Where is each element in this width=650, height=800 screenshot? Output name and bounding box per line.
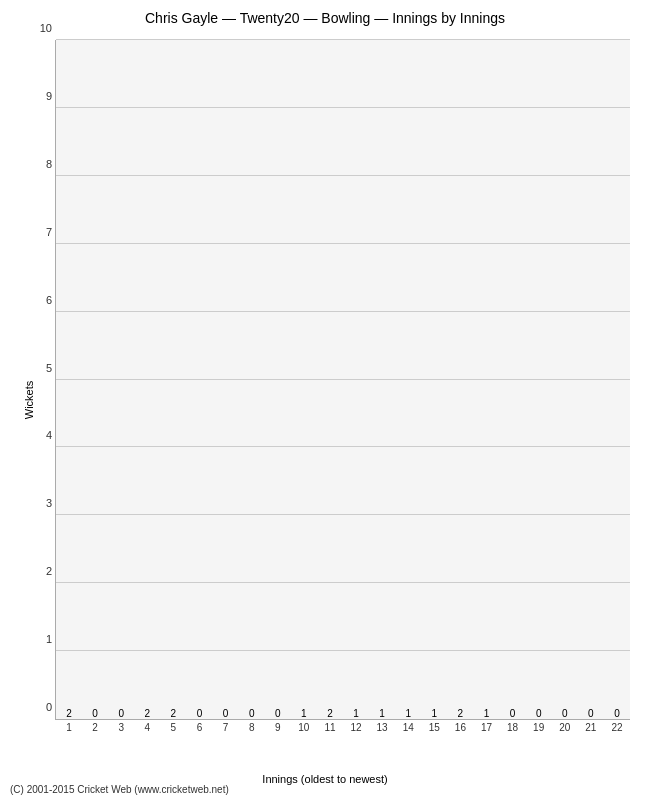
x-tick-label: 14 [403, 722, 414, 733]
x-tick-label: 2 [92, 722, 98, 733]
x-tick-label: 4 [145, 722, 151, 733]
bar-value-label: 1 [379, 708, 385, 719]
y-tick-label: 3 [46, 497, 56, 509]
y-tick-label: 0 [46, 701, 56, 713]
bar-value-label: 2 [327, 708, 333, 719]
x-tick-label: 13 [377, 722, 388, 733]
y-tick-label: 1 [46, 633, 56, 645]
x-tick-label: 1 [66, 722, 72, 733]
chart-container: Chris Gayle — Twenty20 — Bowling — Innin… [0, 0, 650, 800]
bar-value-label: 1 [301, 708, 307, 719]
x-tick-label: 15 [429, 722, 440, 733]
x-tick-label: 7 [223, 722, 229, 733]
bar-value-label: 0 [588, 708, 594, 719]
x-tick-label: 8 [249, 722, 255, 733]
grid-line [56, 311, 630, 312]
y-tick-label: 2 [46, 565, 56, 577]
y-tick-label: 8 [46, 158, 56, 170]
bar-value-label: 0 [275, 708, 281, 719]
grid-line [56, 514, 630, 515]
bar-value-label: 2 [458, 708, 464, 719]
y-tick-label: 5 [46, 362, 56, 374]
copyright-text: (C) 2001-2015 Cricket Web (www.cricketwe… [10, 784, 229, 795]
bar-value-label: 2 [171, 708, 177, 719]
grid-line [56, 582, 630, 583]
x-tick-label: 9 [275, 722, 281, 733]
bar-value-label: 1 [432, 708, 438, 719]
x-tick-label: 19 [533, 722, 544, 733]
x-axis-label: Innings (oldest to newest) [262, 773, 387, 785]
grid-line [56, 243, 630, 244]
bar-value-label: 1 [484, 708, 490, 719]
bar-value-label: 0 [614, 708, 620, 719]
x-tick-label: 18 [507, 722, 518, 733]
grid-line [56, 446, 630, 447]
grid-line [56, 650, 630, 651]
chart-title: Chris Gayle — Twenty20 — Bowling — Innin… [0, 0, 650, 31]
bar-value-label: 0 [562, 708, 568, 719]
x-tick-label: 17 [481, 722, 492, 733]
bar-value-label: 2 [66, 708, 72, 719]
bar-value-label: 0 [510, 708, 516, 719]
x-tick-label: 11 [324, 722, 335, 733]
y-tick-label: 10 [40, 22, 56, 34]
y-tick-label: 4 [46, 429, 56, 441]
y-tick-label: 6 [46, 294, 56, 306]
bar-value-label: 2 [145, 708, 151, 719]
x-tick-label: 3 [118, 722, 124, 733]
x-tick-label: 16 [455, 722, 466, 733]
x-tick-label: 22 [611, 722, 622, 733]
x-tick-label: 21 [585, 722, 596, 733]
bar-value-label: 0 [197, 708, 203, 719]
bar-value-label: 0 [92, 708, 98, 719]
bar-value-label: 1 [405, 708, 411, 719]
y-tick-label: 7 [46, 226, 56, 238]
grid-line [56, 175, 630, 176]
x-tick-label: 5 [171, 722, 177, 733]
grid-line [56, 379, 630, 380]
grid-line [56, 39, 630, 40]
x-tick-label: 6 [197, 722, 203, 733]
y-tick-label: 9 [46, 90, 56, 102]
x-tick-label: 20 [559, 722, 570, 733]
grid-line [56, 107, 630, 108]
bar-value-label: 0 [118, 708, 124, 719]
bar-value-label: 0 [223, 708, 229, 719]
bar-value-label: 0 [536, 708, 542, 719]
x-tick-label: 12 [350, 722, 361, 733]
bar-value-label: 1 [353, 708, 359, 719]
x-tick-label: 10 [298, 722, 309, 733]
y-axis-label: Wickets [23, 381, 35, 420]
bar-value-label: 0 [249, 708, 255, 719]
chart-area: 1234567891002102032425060708091102111121… [55, 40, 630, 720]
